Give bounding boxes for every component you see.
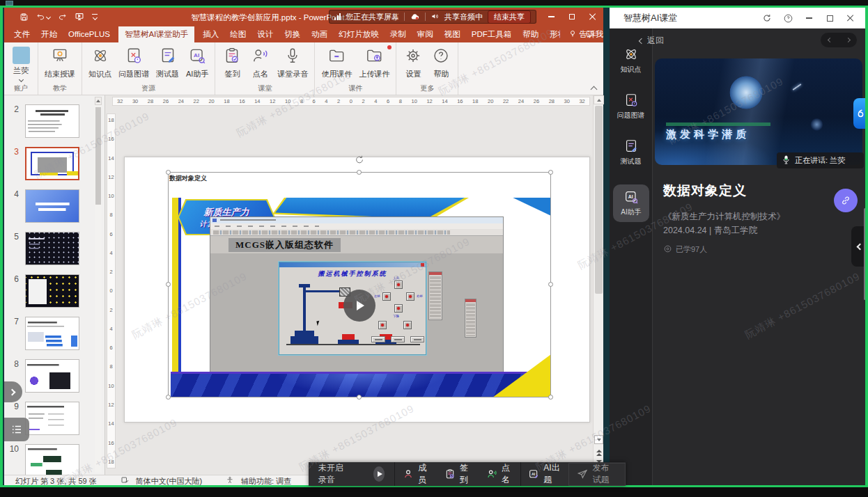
ribbon-tab[interactable]: 设计 (254, 26, 276, 42)
ribbon-tab[interactable]: 智慧树AI课堂助手 (118, 26, 194, 42)
knowledge-point-button[interactable]: 知识点 (85, 45, 115, 81)
zhihuishu-logo[interactable] (853, 98, 866, 129)
slide-thumbnail-image[interactable] (25, 274, 79, 308)
help-button[interactable]: 帮助 (427, 45, 455, 81)
scroll-up-icon[interactable] (95, 97, 102, 105)
scroll-up-icon[interactable] (594, 95, 604, 104)
ribbon-tab[interactable]: 绘图 (227, 26, 249, 42)
slide-thumbnail[interactable]: 2 (4, 104, 104, 138)
resize-handle[interactable] (166, 170, 171, 175)
undo-dropdown-icon[interactable] (46, 14, 51, 19)
publish-quiz-button[interactable]: 发布试题 (568, 463, 626, 486)
carousel-nav[interactable] (821, 33, 857, 47)
canvas-scrollbar[interactable] (593, 95, 603, 475)
resize-handle[interactable] (166, 282, 171, 287)
start-recording-button[interactable] (373, 466, 385, 482)
resize-handle[interactable] (357, 395, 362, 400)
next-icon[interactable] (845, 38, 850, 42)
ribbon-tab[interactable]: 视图 (442, 26, 463, 42)
resize-handle[interactable] (357, 170, 362, 175)
redo-icon[interactable] (58, 13, 67, 22)
ribbon-tab[interactable]: 录制 (387, 26, 409, 42)
help-icon[interactable] (778, 8, 798, 29)
ribbon-tab[interactable]: 开始 (38, 26, 60, 42)
sidebar-item-question-map[interactable]: 问题图谱 (610, 93, 652, 120)
save-icon[interactable] (20, 13, 29, 22)
upload-courseware-button[interactable]: 上传课件 (355, 45, 393, 81)
collapse-ribbon-icon[interactable] (591, 86, 598, 93)
share-link-button[interactable] (834, 189, 858, 212)
class-recording-button[interactable]: 课堂录音 (274, 45, 311, 81)
thumbnail-scrollbar[interactable] (95, 97, 102, 473)
resize-handle[interactable] (548, 170, 553, 175)
slide-thumbnail-image[interactable] (25, 402, 79, 435)
ai-assistant-button[interactable]: AI AI助手 (183, 45, 212, 81)
slide-thumbnail-image[interactable] (25, 104, 79, 138)
previous-slide-button[interactable] (594, 448, 603, 457)
ribbon-tab[interactable]: 帮助 (520, 26, 541, 42)
roll-call-button[interactable]: 点名 (246, 45, 274, 81)
minimize-button[interactable] (541, 8, 561, 26)
account-button[interactable]: 兰荧 (7, 45, 35, 83)
scroll-dropdown-icon[interactable] (594, 435, 603, 444)
use-courseware-button[interactable]: 使用课件 (318, 45, 355, 81)
slide-thumbnail-image[interactable] (25, 189, 79, 223)
slide-thumbnail-image[interactable] (25, 444, 79, 475)
slide-thumbnail[interactable]: 6 (4, 274, 104, 308)
customize-qat-icon[interactable] (92, 14, 98, 19)
roll-call-button[interactable]: 点名 (479, 462, 520, 486)
ribbon-tab[interactable]: PDF工具箱 (469, 26, 515, 42)
prev-icon[interactable] (827, 38, 832, 42)
resize-handle[interactable] (548, 282, 553, 287)
course-video-preview[interactable]: 激发科学潜质 (655, 58, 862, 165)
ribbon-tab[interactable]: 文件 (11, 26, 33, 42)
slide-thumbnail-image[interactable] (25, 147, 79, 180)
maximize-button[interactable] (561, 8, 582, 26)
ribbon-tab[interactable]: 动画 (309, 26, 330, 42)
back-button[interactable]: 返回 (640, 35, 664, 47)
ribbon-tab[interactable]: 切换 (281, 26, 303, 42)
sidebar-item-ai-assistant[interactable]: AI AI助手 (613, 184, 649, 222)
end-lecture-button[interactable]: 结束授课 (41, 45, 79, 81)
refresh-icon[interactable] (757, 8, 777, 29)
slide-thumbnail-image[interactable] (25, 359, 79, 393)
maximize-button[interactable] (820, 8, 839, 29)
accessibility-status[interactable]: 辅助功能: 调查 (241, 476, 291, 487)
ribbon-tab[interactable]: 形状格式 (547, 26, 559, 42)
question-map-button[interactable]: 问题图谱 (115, 45, 153, 81)
scrollbar-thumb[interactable] (95, 107, 101, 205)
quiz-button[interactable]: 测试题 (153, 45, 183, 81)
settings-button[interactable]: 设置 (399, 45, 427, 81)
spellcheck-icon[interactable] (121, 476, 129, 486)
slide-thumbnail-image[interactable] (25, 317, 79, 350)
rotate-handle[interactable] (355, 155, 365, 168)
close-button[interactable] (841, 8, 860, 29)
ribbon-tab[interactable]: 插入 (200, 26, 222, 42)
minimize-button[interactable] (799, 8, 819, 29)
sign-in-button[interactable]: 签到 (437, 462, 479, 486)
ribbon-tab[interactable]: 审阅 (414, 26, 436, 42)
sidebar-item-quiz[interactable]: 测试题 (610, 139, 652, 166)
close-button[interactable] (582, 8, 603, 26)
ai-question-button[interactable]: AI AI出题 (520, 462, 568, 486)
slide-thumbnail[interactable]: 4 (4, 189, 104, 223)
resize-handle[interactable] (166, 395, 171, 400)
ribbon-tab[interactable]: OfficePLUS (65, 27, 113, 41)
slide-thumbnail[interactable]: 5 (4, 232, 104, 265)
slide-thumbnail[interactable]: 7 (4, 317, 104, 350)
sidebar-item-knowledge[interactable]: 知识点 (610, 47, 652, 74)
edge-list-button[interactable] (4, 418, 29, 441)
accessibility-icon[interactable] (226, 476, 234, 486)
panel-scrollbar[interactable] (864, 208, 866, 300)
slideshow-icon[interactable] (75, 12, 84, 22)
end-share-button[interactable]: 结束共享 (488, 10, 531, 24)
slide-thumbnail[interactable]: 3 (4, 147, 104, 180)
members-button[interactable]: 成员 (395, 462, 437, 486)
ribbon-tab[interactable]: 幻灯片放映 (336, 26, 382, 42)
language-status[interactable]: 简体中文(中国大陆) (136, 476, 202, 487)
undo-icon[interactable] (36, 13, 50, 22)
sign-in-button[interactable]: 签到 (218, 45, 246, 81)
slide-thumbnail[interactable]: 10 (4, 444, 104, 475)
scrollbar-thumb[interactable] (595, 106, 603, 294)
slide-canvas[interactable]: 数据对象定义 新质生产力 计算机控制技术 (124, 157, 590, 423)
